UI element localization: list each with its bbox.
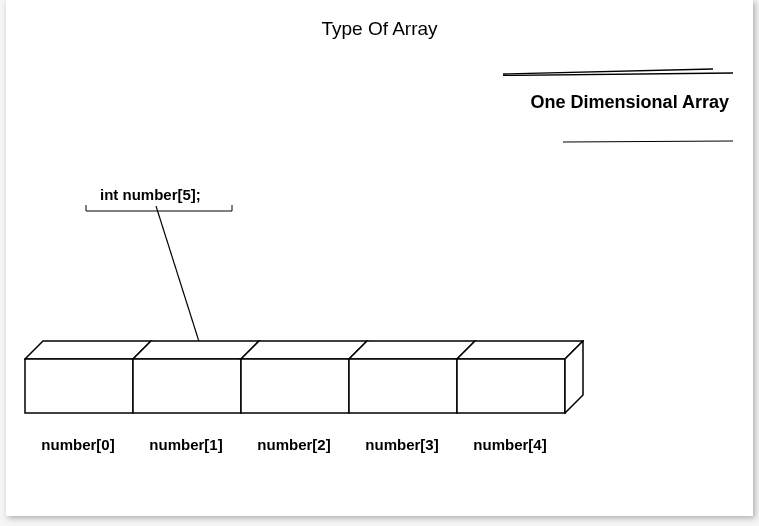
page-title: Type Of Array bbox=[6, 18, 753, 40]
svg-marker-8 bbox=[241, 341, 367, 359]
index-labels-row: number[0]number[1]number[2]number[3]numb… bbox=[24, 436, 564, 453]
section-heading: One Dimensional Array bbox=[531, 92, 729, 113]
svg-marker-9 bbox=[241, 359, 349, 413]
declaration-text: int number[5]; bbox=[84, 186, 234, 205]
svg-line-3 bbox=[156, 206, 202, 351]
index-label: number[3] bbox=[348, 436, 456, 453]
svg-marker-11 bbox=[349, 359, 457, 413]
index-label: number[0] bbox=[24, 436, 132, 453]
svg-marker-13 bbox=[457, 359, 565, 413]
array-3d-diagram bbox=[24, 340, 584, 418]
connector-line bbox=[126, 206, 216, 358]
index-label: number[2] bbox=[240, 436, 348, 453]
svg-marker-12 bbox=[457, 341, 583, 359]
svg-marker-6 bbox=[133, 341, 259, 359]
decor-underline bbox=[563, 130, 733, 148]
svg-line-2 bbox=[563, 141, 733, 142]
svg-marker-4 bbox=[25, 341, 151, 359]
index-label: number[4] bbox=[456, 436, 564, 453]
svg-marker-5 bbox=[25, 359, 133, 413]
document-page: Type Of Array One Dimensional Array int … bbox=[6, 0, 753, 516]
index-label: number[1] bbox=[132, 436, 240, 453]
decor-double-line bbox=[503, 68, 733, 76]
svg-marker-10 bbox=[349, 341, 475, 359]
svg-marker-7 bbox=[133, 359, 241, 413]
